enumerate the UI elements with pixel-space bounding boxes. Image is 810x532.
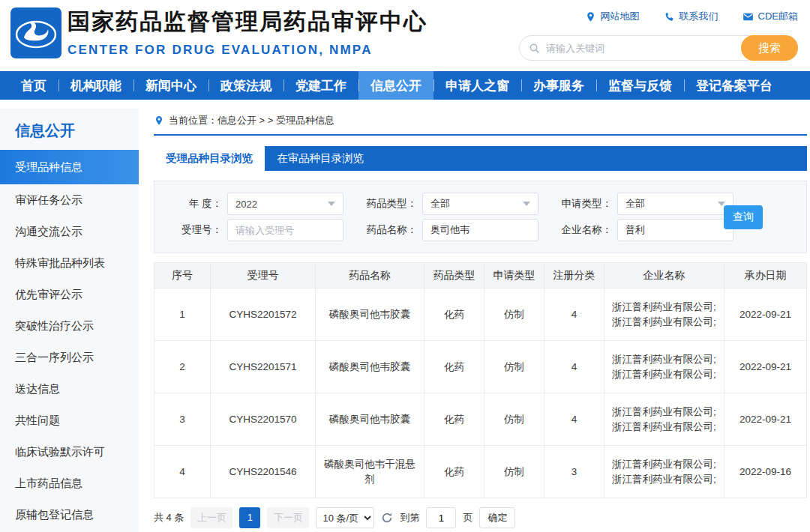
main-nav: 首页 机构职能 新闻中心 政策法规 党建工作 信息公开 申请人之窗 办事服务 监… <box>0 71 810 100</box>
table-row: 3 CYHS2201570 磷酸奥司他韦胶囊 化药 仿制 4 浙江普利药业有限公… <box>154 393 807 446</box>
next-page-button[interactable]: 下一页 <box>267 507 309 528</box>
search-input[interactable] <box>546 43 741 54</box>
refresh-icon[interactable] <box>381 512 393 524</box>
sidebar-item-breakthrough-therapy[interactable]: 突破性治疗公示 <box>0 310 139 342</box>
location-pin-icon <box>154 115 164 126</box>
year-select-value: 2022 <box>236 199 257 210</box>
nav-item-home[interactable]: 首页 <box>9 71 58 100</box>
mail-icon <box>742 11 754 22</box>
cell-accept-no: CYHS2201571 <box>211 341 316 393</box>
company-name-label: 企业名称： <box>554 223 612 237</box>
cell-date: 2022-09-21 <box>724 341 807 393</box>
jump-prefix-label: 到第 <box>400 511 419 525</box>
nav-item-news[interactable]: 新闻中心 <box>134 71 208 100</box>
nav-item-party-building[interactable]: 党建工作 <box>284 71 358 100</box>
tab-accepted-catalog[interactable]: 受理品种目录浏览 <box>154 146 265 171</box>
page-number-button[interactable]: 1 <box>239 507 260 528</box>
nav-item-supervision-feedback[interactable]: 监督与反馈 <box>596 71 684 100</box>
apply-type-label: 申请类型： <box>554 197 612 211</box>
accept-no-input[interactable] <box>227 219 344 241</box>
cell-register-class: 4 <box>544 288 604 341</box>
cell-register-class: 3 <box>544 446 604 498</box>
sidebar-item-priority-review[interactable]: 优先审评公示 <box>0 279 139 310</box>
cell-drug-name: 磷酸奥司他韦干混悬剂 <box>316 446 424 498</box>
cell-apply-type: 仿制 <box>484 393 544 446</box>
table-row: 2 CYHS2201571 磷酸奥司他韦胶囊 化药 仿制 4 浙江普利药业有限公… <box>154 341 807 393</box>
cell-company: 浙江普利药业有限公司;浙江普利药业有限公司; <box>604 288 724 341</box>
sidebar-item-marketed-drugs[interactable]: 上市药品信息 <box>0 468 139 499</box>
nav-item-applicant-window[interactable]: 申请人之窗 <box>434 71 521 100</box>
breadcrumb: 当前位置：信息公开 > > 受理品种信息 <box>154 110 807 134</box>
search-button[interactable]: 搜索 <box>741 35 798 61</box>
drug-name-input[interactable] <box>422 219 538 241</box>
map-pin-icon <box>585 11 596 22</box>
tab-bar: 受理品种目录浏览 在审品种目录浏览 <box>154 146 807 171</box>
cell-seq: 1 <box>154 288 211 341</box>
cell-seq: 2 <box>154 341 211 393</box>
company-name-input[interactable] <box>617 219 734 241</box>
site-title: 国家药品监督管理局药品审评中心 <box>68 7 428 37</box>
contact-link[interactable]: 联系我们 <box>664 10 718 23</box>
sidebar-item-common-issues[interactable]: 共性问题 <box>0 405 139 436</box>
sidebar-item-excipient-registration[interactable]: 原辅包登记信息 <box>0 499 139 531</box>
col-header-drug-name: 药品名称 <box>316 263 424 288</box>
nav-item-registration-platform[interactable]: 登记备案平台 <box>684 71 784 100</box>
cell-register-class: 4 <box>544 393 604 446</box>
nav-item-info-disclosure[interactable]: 信息公开 <box>358 71 434 100</box>
accept-no-label: 受理号： <box>164 223 222 237</box>
sitemap-link[interactable]: 网站地图 <box>585 10 640 23</box>
year-label: 年 度： <box>164 197 222 211</box>
breadcrumb-divider <box>154 134 807 136</box>
nav-item-services[interactable]: 办事服务 <box>521 71 596 100</box>
col-header-apply-type: 申请类型 <box>484 263 544 288</box>
sidebar-item-three-in-one[interactable]: 三合一序列公示 <box>0 342 139 373</box>
cell-date: 2022-09-21 <box>724 288 807 341</box>
sidebar-item-communication[interactable]: 沟通交流公示 <box>0 216 139 247</box>
col-header-accept-no: 受理号 <box>211 263 316 288</box>
cell-drug-name: 磷酸奥司他韦胶囊 <box>316 341 424 393</box>
apply-type-select[interactable]: 全部 <box>617 193 734 215</box>
jump-page-input[interactable] <box>426 507 456 528</box>
sidebar-item-accepted-varieties[interactable]: 受理品种信息 <box>0 150 139 184</box>
query-button[interactable]: 查询 <box>724 205 763 229</box>
year-select[interactable]: 2022 <box>227 193 344 215</box>
tab-under-review-catalog[interactable]: 在审品种目录浏览 <box>265 146 376 171</box>
site-subtitle: CENTER FOR DRUG EVALUATION, NMPA <box>68 43 428 58</box>
page-size-select[interactable]: 10 条/页 <box>316 507 374 528</box>
col-header-company: 企业名称 <box>604 263 724 288</box>
main-content: 当前位置：信息公开 > > 受理品种信息 受理品种目录浏览 在审品种目录浏览 年… <box>139 109 810 532</box>
site-title-block: 国家药品监督管理局药品审评中心 CENTER FOR DRUG EVALUATI… <box>68 7 428 58</box>
drug-type-select[interactable]: 全部 <box>422 193 538 215</box>
cell-drug-name: 磷酸奥司他韦胶囊 <box>316 288 424 341</box>
mailbox-link-label: CDE邮箱 <box>758 10 798 23</box>
mailbox-link[interactable]: CDE邮箱 <box>742 10 798 23</box>
header-quick-links: 网站地图 联系我们 CDE邮箱 <box>585 10 798 23</box>
nav-item-policy[interactable]: 政策法规 <box>208 71 284 100</box>
cell-drug-type: 化药 <box>424 341 484 393</box>
nav-item-org-functions[interactable]: 机构职能 <box>58 71 134 100</box>
cde-swan-logo-icon <box>10 48 62 61</box>
confirm-button[interactable]: 确定 <box>479 507 515 528</box>
site-header: 国家药品监督管理局药品审评中心 CENTER FOR DRUG EVALUATI… <box>0 0 810 71</box>
sidebar-item-clinical-trial-license[interactable]: 临床试验默示许可 <box>0 436 139 468</box>
sidebar-item-review-tasks[interactable]: 审评任务公示 <box>0 184 139 216</box>
cell-date: 2022-09-21 <box>724 393 807 446</box>
sidebar-item-delivery-info[interactable]: 送达信息 <box>0 373 139 405</box>
filter-row-2: 受理号： 药品名称： 企业名称： <box>164 219 797 241</box>
cell-company: 浙江普利药业有限公司;浙江普利药业有限公司; <box>604 341 724 393</box>
apply-type-select-value: 全部 <box>626 197 645 211</box>
cell-accept-no: CYHS2201546 <box>211 446 316 498</box>
site-logo <box>10 7 62 58</box>
sidebar-title: 信息公开 <box>0 109 139 150</box>
prev-page-button[interactable]: 上一页 <box>190 507 232 528</box>
cell-date: 2022-09-16 <box>724 446 807 498</box>
drug-type-label: 药品类型： <box>358 197 417 211</box>
contact-link-label: 联系我们 <box>680 10 718 23</box>
pagination: 共 4 条 上一页 1 下一页 10 条/页 到第 页 确定 <box>154 507 807 528</box>
cell-company: 浙江普利药业有限公司;浙江普利药业有限公司; <box>604 393 724 446</box>
cell-apply-type: 仿制 <box>484 446 544 498</box>
drug-name-label: 药品名称： <box>358 223 417 237</box>
filter-panel: 年 度： 2022 药品类型： 全部 申请类型： 全部 受理号： <box>154 181 807 253</box>
drug-type-select-value: 全部 <box>430 197 450 211</box>
sidebar-item-special-approval-list[interactable]: 特殊审批品种列表 <box>0 247 139 279</box>
